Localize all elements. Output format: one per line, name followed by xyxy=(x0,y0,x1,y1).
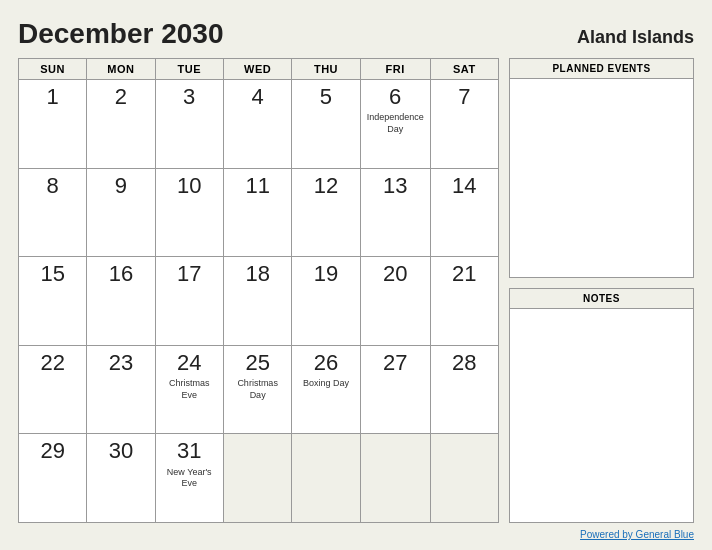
planned-events-header: PLANNED EVENTS xyxy=(510,59,693,79)
event-label: Independence Day xyxy=(367,112,424,135)
day-number: 16 xyxy=(109,261,133,287)
day-cell: 27 xyxy=(360,345,430,434)
day-number: 21 xyxy=(452,261,476,287)
main-content: SUNMONTUEWEDTHUFRISAT 123456Independence… xyxy=(18,58,694,523)
day-cell: 5 xyxy=(292,80,360,169)
day-number: 14 xyxy=(452,173,476,199)
day-number: 1 xyxy=(47,84,59,110)
day-cell: 7 xyxy=(430,80,498,169)
day-number: 11 xyxy=(245,173,269,199)
day-number: 19 xyxy=(314,261,338,287)
day-cell: 6Independence Day xyxy=(360,80,430,169)
day-cell: 20 xyxy=(360,257,430,346)
day-cell: 28 xyxy=(430,345,498,434)
day-cell xyxy=(223,434,291,523)
day-number: 3 xyxy=(183,84,195,110)
region-title: Aland Islands xyxy=(577,27,694,48)
day-number: 18 xyxy=(245,261,269,287)
weekday-header-cell: WED xyxy=(223,59,291,80)
day-cell: 9 xyxy=(87,168,155,257)
event-label: Christmas Day xyxy=(230,378,285,401)
day-number: 8 xyxy=(47,173,59,199)
day-cell xyxy=(292,434,360,523)
notes-header: NOTES xyxy=(510,289,693,309)
event-label: Boxing Day xyxy=(303,378,349,390)
day-number: 26 xyxy=(314,350,338,376)
day-cell: 15 xyxy=(19,257,87,346)
notes-body xyxy=(510,309,693,522)
weekday-header-cell: FRI xyxy=(360,59,430,80)
day-cell: 19 xyxy=(292,257,360,346)
day-cell: 10 xyxy=(155,168,223,257)
day-cell: 14 xyxy=(430,168,498,257)
planned-events-box: PLANNED EVENTS xyxy=(509,58,694,278)
day-cell: 13 xyxy=(360,168,430,257)
day-number: 23 xyxy=(109,350,133,376)
day-cell: 11 xyxy=(223,168,291,257)
day-cell: 12 xyxy=(292,168,360,257)
day-number: 24 xyxy=(177,350,201,376)
day-number: 7 xyxy=(458,84,470,110)
event-label: New Year's Eve xyxy=(162,467,217,490)
day-cell: 30 xyxy=(87,434,155,523)
calendar-table: SUNMONTUEWEDTHUFRISAT 123456Independence… xyxy=(18,58,499,523)
day-number: 6 xyxy=(389,84,401,110)
day-cell: 29 xyxy=(19,434,87,523)
day-cell: 25Christmas Day xyxy=(223,345,291,434)
day-number: 20 xyxy=(383,261,407,287)
day-number: 31 xyxy=(177,438,201,464)
calendar-section: SUNMONTUEWEDTHUFRISAT 123456Independence… xyxy=(18,58,499,523)
day-number: 12 xyxy=(314,173,338,199)
event-label: Christmas Eve xyxy=(162,378,217,401)
day-cell: 17 xyxy=(155,257,223,346)
day-cell: 8 xyxy=(19,168,87,257)
day-number: 29 xyxy=(40,438,64,464)
day-cell: 22 xyxy=(19,345,87,434)
day-number: 2 xyxy=(115,84,127,110)
powered-by-link[interactable]: Powered by General Blue xyxy=(580,529,694,540)
weekday-header-cell: TUE xyxy=(155,59,223,80)
day-number: 13 xyxy=(383,173,407,199)
day-cell: 18 xyxy=(223,257,291,346)
day-cell: 16 xyxy=(87,257,155,346)
day-cell: 23 xyxy=(87,345,155,434)
day-number: 30 xyxy=(109,438,133,464)
weekday-header-cell: THU xyxy=(292,59,360,80)
sidebar: PLANNED EVENTS NOTES xyxy=(509,58,694,523)
day-cell: 21 xyxy=(430,257,498,346)
day-cell xyxy=(430,434,498,523)
planned-events-body xyxy=(510,79,693,277)
day-cell: 2 xyxy=(87,80,155,169)
day-cell: 3 xyxy=(155,80,223,169)
notes-box: NOTES xyxy=(509,288,694,523)
day-cell: 24Christmas Eve xyxy=(155,345,223,434)
day-number: 17 xyxy=(177,261,201,287)
day-number: 27 xyxy=(383,350,407,376)
day-cell: 31New Year's Eve xyxy=(155,434,223,523)
day-number: 28 xyxy=(452,350,476,376)
weekday-header-cell: SAT xyxy=(430,59,498,80)
day-cell: 1 xyxy=(19,80,87,169)
day-number: 15 xyxy=(40,261,64,287)
day-number: 10 xyxy=(177,173,201,199)
day-number: 25 xyxy=(245,350,269,376)
day-number: 5 xyxy=(320,84,332,110)
day-cell: 4 xyxy=(223,80,291,169)
weekday-header-cell: MON xyxy=(87,59,155,80)
footer: Powered by General Blue xyxy=(18,529,694,540)
month-title: December 2030 xyxy=(18,18,223,50)
day-number: 22 xyxy=(40,350,64,376)
day-cell: 26Boxing Day xyxy=(292,345,360,434)
day-number: 4 xyxy=(252,84,264,110)
day-number: 9 xyxy=(115,173,127,199)
day-cell xyxy=(360,434,430,523)
weekday-header-cell: SUN xyxy=(19,59,87,80)
